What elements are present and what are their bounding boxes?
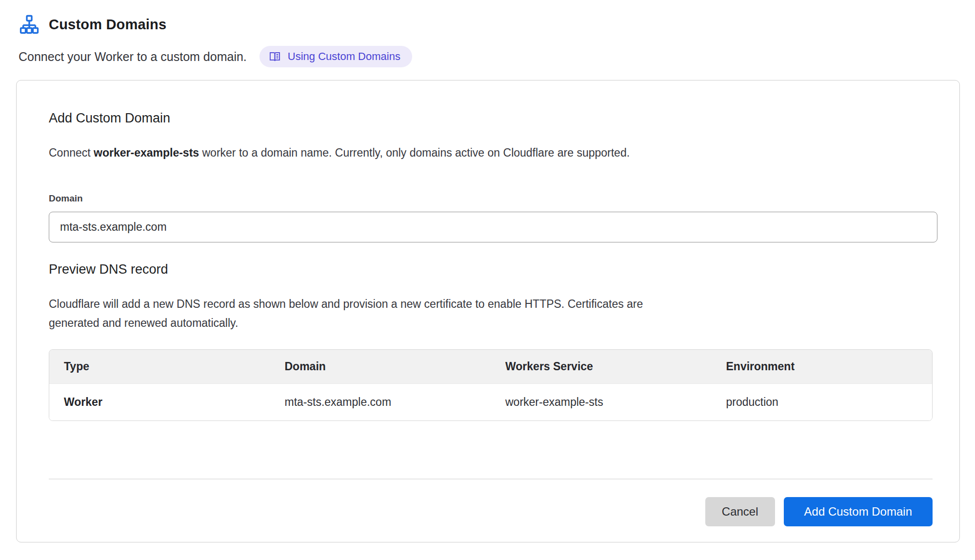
intro-suffix: worker to a domain name. Currently, only… [199, 146, 630, 159]
cell-domain: mta-sts.example.com [270, 384, 491, 421]
open-book-icon [268, 50, 281, 63]
sitemap-icon [20, 15, 39, 34]
intro-prefix: Connect [49, 146, 94, 159]
table-header-row: Type Domain Workers Service Environment [49, 350, 932, 384]
page-header: Custom Domains Connect your Worker to a … [0, 0, 975, 67]
table-row: Worker mta-sts.example.com worker-exampl… [49, 384, 932, 421]
add-custom-domain-card: Add Custom Domain Connect worker-example… [16, 80, 960, 542]
domain-input[interactable] [49, 212, 937, 242]
add-custom-domain-button[interactable]: Add Custom Domain [784, 497, 933, 526]
footer-actions: Cancel Add Custom Domain [49, 497, 933, 526]
page-subtitle-row: Connect your Worker to a custom domain. … [19, 46, 956, 67]
column-header-environment: Environment [712, 350, 933, 384]
preview-dns-description: Cloudflare will add a new DNS record as … [49, 295, 931, 333]
footer-divider [49, 479, 933, 480]
domain-field-label: Domain [49, 193, 931, 204]
worker-name: worker-example-sts [94, 146, 199, 159]
column-header-domain: Domain [270, 350, 491, 384]
cell-workers-service: worker-example-sts [491, 384, 712, 421]
page-subtitle: Connect your Worker to a custom domain. [19, 50, 247, 64]
card-heading: Add Custom Domain [49, 111, 931, 126]
preview-desc-line1: Cloudflare will add a new DNS record as … [49, 298, 643, 310]
cancel-button[interactable]: Cancel [705, 497, 775, 526]
page-title: Custom Domains [49, 17, 166, 33]
column-header-workers-service: Workers Service [491, 350, 712, 384]
cell-type: Worker [49, 384, 270, 421]
page-title-row: Custom Domains [20, 15, 956, 34]
preview-desc-line2: generated and renewed automatically. [49, 317, 238, 329]
card-intro-text: Connect worker-example-sts worker to a d… [49, 144, 931, 161]
docs-link-label: Using Custom Domains [288, 50, 400, 63]
dns-preview-table: Type Domain Workers Service Environment … [49, 349, 933, 421]
docs-link-badge[interactable]: Using Custom Domains [259, 46, 412, 67]
column-header-type: Type [49, 350, 270, 384]
cell-environment: production [712, 384, 933, 421]
preview-dns-heading: Preview DNS record [49, 262, 931, 277]
